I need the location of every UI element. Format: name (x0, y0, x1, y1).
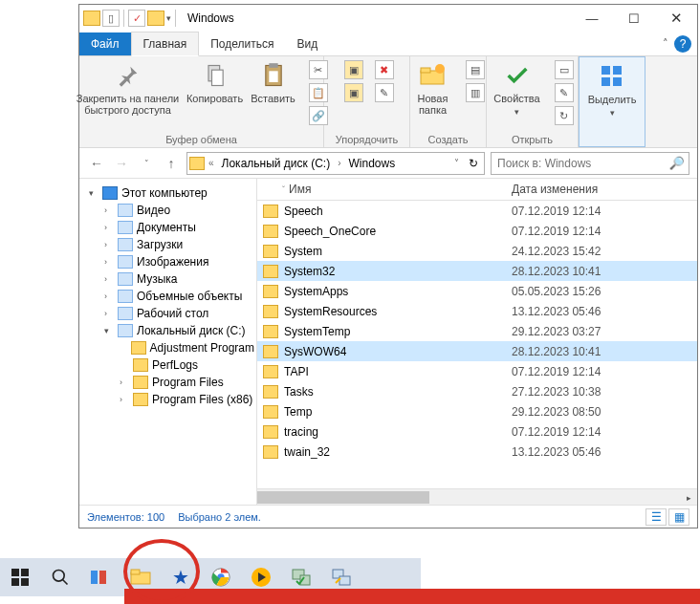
table-row[interactable]: Speech_OneCore07.12.2019 12:14 (257, 221, 697, 241)
table-row[interactable]: SystemTemp29.12.2023 03:27 (257, 321, 697, 341)
toggle-icon[interactable]: › (120, 395, 129, 404)
rename-icon[interactable]: ✎ (375, 83, 394, 102)
folder-icon (263, 245, 278, 258)
paste-button[interactable]: Вставить (250, 60, 297, 104)
table-row[interactable]: SystemApps05.05.2023 15:26 (257, 281, 697, 301)
task-view-button[interactable] (86, 563, 115, 592)
refresh-icon[interactable]: ↻ (465, 157, 482, 170)
new-folder-button[interactable]: Новая папка (412, 60, 454, 116)
scroll-right-icon[interactable]: ▸ (681, 489, 697, 505)
tree-node[interactable]: ▾Локальный диск (C:) (81, 322, 254, 339)
easy-access-icon[interactable]: ▥ (466, 83, 485, 102)
toggle-icon[interactable]: › (104, 205, 114, 215)
toggle-icon[interactable]: › (104, 291, 114, 301)
col-name[interactable]: ˇ Имя (263, 183, 512, 196)
folder-icon (83, 11, 100, 26)
start-button[interactable] (6, 563, 34, 592)
tree-node[interactable]: ▾Этот компьютер (81, 184, 254, 202)
tree-icon (118, 290, 133, 303)
help-icon[interactable]: ? (674, 35, 691, 53)
tab-home[interactable]: Главная (131, 32, 200, 56)
tree-node[interactable]: ›Program Files (81, 374, 254, 391)
tab-view[interactable]: Вид (285, 32, 329, 55)
toggle-icon[interactable]: › (104, 240, 114, 249)
open-icon[interactable]: ▭ (555, 60, 574, 79)
copy-button[interactable]: Копировать (188, 60, 242, 104)
icons-view-icon[interactable]: ▦ (668, 508, 689, 526)
back-button[interactable]: ← (87, 154, 106, 173)
edit-icon[interactable]: ✎ (555, 83, 574, 102)
tree-node[interactable]: Adjustment Program (81, 339, 254, 356)
search-button[interactable] (46, 563, 75, 592)
search-field[interactable] (495, 156, 669, 171)
table-row[interactable]: TAPI07.12.2019 12:14 (257, 361, 697, 381)
tree-node[interactable]: ›Документы (81, 219, 254, 236)
tree-node[interactable]: PerfLogs (81, 356, 254, 374)
chrome-icon[interactable] (207, 563, 235, 592)
chevron-icon[interactable]: « (207, 158, 216, 168)
qat-item[interactable]: ▯ (102, 10, 120, 27)
app-icon-2[interactable] (287, 563, 316, 592)
toggle-icon[interactable]: › (104, 257, 114, 267)
toggle-icon[interactable]: › (104, 274, 114, 284)
horizontal-scrollbar[interactable]: ◂ ▸ (257, 488, 697, 505)
close-button[interactable]: ✕ (655, 5, 697, 32)
forward-button[interactable]: → (112, 154, 131, 173)
up-button[interactable]: ↑ (162, 154, 181, 173)
history-icon[interactable]: ↻ (555, 106, 574, 125)
maximize-button[interactable]: ☐ (613, 5, 655, 32)
breadcrumb[interactable]: « Локальный диск (C:) › Windows ˅ ↻ (186, 152, 485, 175)
column-headers[interactable]: ˇ Имя Дата изменения (257, 179, 697, 201)
tree-node[interactable]: ›Program Files (x86) (81, 391, 254, 408)
select-button[interactable]: Выделить ▾ (585, 61, 639, 119)
tab-file[interactable]: Файл (79, 32, 131, 55)
col-modified[interactable]: Дата изменения (512, 183, 598, 196)
toggle-icon[interactable]: ▾ (89, 188, 98, 198)
table-row[interactable]: System3228.12.2023 10:41 (257, 261, 697, 281)
qat-check-icon[interactable]: ✓ (128, 10, 145, 27)
toggle-icon[interactable]: › (104, 309, 114, 318)
chevron-icon[interactable]: › (336, 158, 342, 168)
recent-dropdown[interactable]: ˅ (137, 154, 156, 173)
minimize-button[interactable]: — (571, 5, 613, 32)
crumb-disk[interactable]: Локальный диск (C:) (218, 157, 335, 170)
table-row[interactable]: SystemResources13.12.2023 05:46 (257, 301, 697, 321)
table-row[interactable]: SysWOW6428.12.2023 10:41 (257, 341, 697, 361)
tree-node[interactable]: ›Изображения (81, 253, 254, 270)
table-row[interactable]: System24.12.2023 15:42 (257, 241, 697, 261)
crumb-windows[interactable]: Windows (344, 157, 399, 170)
delete-icon[interactable]: ✖ (375, 60, 394, 79)
search-input[interactable]: 🔍 (491, 152, 689, 175)
folder-icon (263, 265, 278, 278)
details-view-icon[interactable]: ☰ (645, 508, 667, 526)
move-to-icon[interactable]: ▣ (344, 60, 363, 79)
scroll-thumb[interactable] (257, 491, 429, 504)
pin-button[interactable]: Закрепить на панели быстрого доступа (76, 60, 181, 116)
properties-button[interactable]: Свойства ▾ (492, 60, 543, 118)
copy-to-icon[interactable]: ▣ (344, 83, 363, 102)
tab-share[interactable]: Поделиться (199, 32, 285, 55)
toggle-icon[interactable]: ▾ (104, 326, 114, 335)
tree-node[interactable]: ›Музыка (81, 270, 254, 288)
collapse-ribbon-icon[interactable]: ˄ (663, 37, 668, 50)
aimp-icon[interactable] (247, 563, 275, 592)
new-item-icon[interactable]: ▤ (466, 60, 485, 79)
table-row[interactable]: Temp29.12.2023 08:50 (257, 401, 697, 421)
table-row[interactable]: twain_3213.12.2023 05:46 (257, 442, 697, 462)
tree-node[interactable]: ›Видео (81, 202, 254, 219)
tree-node[interactable]: ›Загрузки (81, 236, 254, 253)
tree-label: Изображения (137, 255, 208, 269)
tree-node[interactable]: ›Объемные объекты (81, 288, 254, 305)
toggle-icon[interactable]: › (104, 223, 114, 232)
dropdown-icon[interactable]: ˅ (452, 158, 461, 168)
tree-node[interactable]: ›Рабочий стол (81, 305, 254, 322)
toggle-icon[interactable]: › (120, 378, 129, 387)
table-row[interactable]: Speech07.12.2019 12:14 (257, 201, 697, 221)
file-date: 24.12.2023 15:42 (512, 245, 601, 258)
table-row[interactable]: tracing07.12.2019 12:14 (257, 421, 697, 442)
nav-tree[interactable]: ▾Этот компьютер›Видео›Документы›Загрузки… (79, 179, 257, 505)
table-row[interactable]: Tasks27.12.2023 10:38 (257, 381, 697, 401)
app-icon-3[interactable] (327, 563, 356, 592)
file-name: System (284, 245, 512, 258)
titlebar[interactable]: ▯ ✓ ▾ Windows — ☐ ✕ (79, 5, 697, 32)
